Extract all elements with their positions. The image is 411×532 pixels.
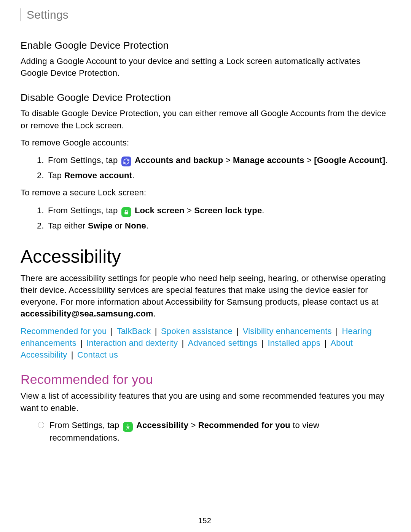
heading-disable-gdp: Disable Google Device Protection (21, 92, 389, 104)
heading-recommended: Recommended for you (21, 372, 389, 387)
circle-bullet-icon (38, 422, 44, 428)
accessibility-links: Recommended for you | TalkBack | Spoken … (21, 325, 389, 361)
link-advanced-settings[interactable]: Advanced settings (188, 338, 258, 348)
svg-point-1 (127, 424, 128, 425)
link-spoken-assistance[interactable]: Spoken assistance (161, 326, 233, 336)
accounts-backup-icon (121, 157, 131, 166)
text-accessibility: There are accessibility settings for peo… (21, 272, 389, 320)
page-number: 152 (21, 516, 389, 525)
list-remove-accounts: From Settings, tap Accounts and backup >… (21, 154, 389, 182)
text-disable-gdp: To disable Google Device Protection, you… (21, 107, 389, 131)
accessibility-icon (123, 422, 133, 432)
link-talkback[interactable]: TalkBack (117, 326, 151, 336)
lock-icon (121, 207, 131, 217)
link-recommended-for-you[interactable]: Recommended for you (21, 326, 107, 336)
list-item: From Settings, tap Accounts and backup >… (46, 154, 389, 167)
page-header-title: Settings (27, 8, 389, 21)
heading-accessibility: Accessibility (21, 246, 389, 267)
text-recommended: View a list of accessibility features th… (21, 390, 389, 414)
list-recommended-steps: From Settings, tap Accessibility > Recom… (21, 419, 389, 444)
text-remove-lock-intro: To remove a secure Lock screen: (21, 187, 389, 198)
list-item: From Settings, tap Lock screen > Screen … (46, 204, 389, 217)
heading-enable-gdp: Enable Google Device Protection (21, 40, 389, 51)
text-enable-gdp: Adding a Google Account to your device a… (21, 55, 389, 79)
page-header: Settings (21, 8, 389, 21)
list-item: From Settings, tap Accessibility > Recom… (38, 419, 389, 444)
list-item: Tap Remove account. (46, 169, 389, 182)
svg-rect-0 (124, 212, 128, 214)
link-installed-apps[interactable]: Installed apps (268, 338, 320, 348)
list-remove-lock: From Settings, tap Lock screen > Screen … (21, 204, 389, 232)
link-interaction-dexterity[interactable]: Interaction and dexterity (86, 338, 178, 348)
list-item: Tap either Swipe or None. (46, 219, 389, 232)
link-contact-us[interactable]: Contact us (77, 350, 118, 359)
text-remove-accounts-intro: To remove Google accounts: (21, 137, 389, 149)
link-visibility-enhancements[interactable]: Visibility enhancements (243, 326, 332, 336)
